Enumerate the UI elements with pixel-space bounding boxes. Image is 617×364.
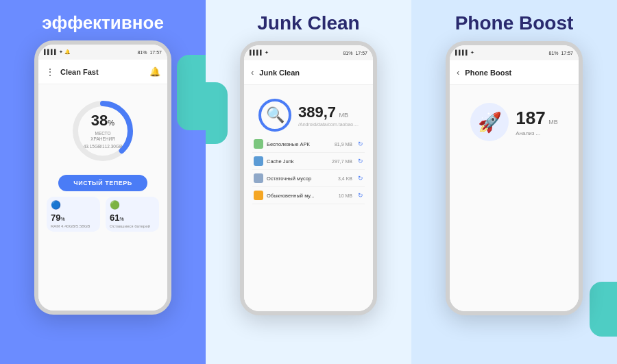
boost-size-num: 187 [516,108,545,128]
junk-path: /Android/data/com.taobao.... [298,122,359,127]
ram-label: RAM 4.40GB/5.58GB [51,224,90,228]
panel-junk-clean: Junk Clean ▌▌▌▌ ✦ 81% 17:57 ‹ Junk Clean… [206,0,411,364]
junk-item-name: Бесполезные АРК [267,141,331,147]
boost-header: 🚀 187 МВ Анализ ... [465,92,563,147]
battery-label: Оставшиеся батерей [110,224,150,228]
junk-item-size: 3,4 KB [338,176,352,181]
battery-stat-card: 🟢 61% Оставшиеся батерей [106,197,159,232]
time-battery-3: 81% 17:57 [548,51,573,56]
rocket-circle-icon: 🚀 [470,103,509,141]
junk-list-item: Остаточный мусор 3,4 KB ↻ [252,170,365,187]
status-bar-3: ▌▌▌▌ ✦ 81% 17:57 [450,45,579,60]
panel1-title: эффективное [42,0,164,40]
signal-icons: ▌▌▌▌ ✦ 🔔 [44,49,71,55]
search-icon: 🔍 [266,106,285,124]
boost-label: Анализ ... [516,130,557,136]
junk-list-item: Бесполезные АРК 81,9 MB ↻ [252,136,365,153]
storage-label: МЕСТО ХРАНЕНИЯ [84,131,123,143]
junk-list-item: Обыкновенный му... 10 MB ↻ [252,187,365,204]
storage-circle: 38% МЕСТО ХРАНЕНИЯ 43.15GB/112.30GB [69,97,137,165]
rocket-icon: 🚀 [478,111,502,134]
battery-percent: 61 [110,213,119,223]
search-circle-icon: 🔍 [258,99,291,132]
panel2-title: Junk Clean [257,0,359,41]
phone2-content: 🔍 389,7 МВ /Android/data/com.taobao.... … [244,85,373,311]
phone-1: ▌▌▌▌ ✦ 🔔 81% 17:57 ⋮ Clean Fast 🔔 [34,40,171,315]
junk-size-block: 389,7 МВ /Android/data/com.taobao.... [298,104,359,127]
menu-icon: ⋮ [45,66,55,77]
app-bar-1: ⋮ Clean Fast 🔔 [38,60,167,84]
junk-item-spinner: ↻ [358,175,363,182]
teal-accent-1 [177,55,206,130]
clean-now-button[interactable]: ЧИСТЫЙ ТЕПЕРЬ [58,175,147,191]
ram-icon: 🔵 [51,200,61,210]
panel3-title: Phone Boost [455,0,574,41]
status-bar-2: ▌▌▌▌ ✦ 81% 17:57 [244,45,373,60]
ram-stat-card: 🔵 79% RAM 4.40GB/5.58GB [47,197,100,232]
app-bar-2: ‹ Junk Clean [244,60,373,85]
teal-accent-3 [590,282,617,337]
boost-size-block: 187 МВ Анализ ... [516,108,557,136]
junk-item-color-icon [254,173,263,183]
junk-item-name: Cache Junk [267,158,328,165]
junk-item-size: 10 MB [339,193,352,198]
phone1-content: 38% МЕСТО ХРАНЕНИЯ 43.15GB/112.30GB ЧИСТ… [38,84,167,311]
back-icon-2[interactable]: ‹ [251,67,254,77]
back-icon-3[interactable]: ‹ [457,67,459,77]
junk-item-spinner: ↻ [358,141,363,147]
status-bar-1: ▌▌▌▌ ✦ 🔔 81% 17:57 [38,45,167,60]
panel-clean-fast: эффективное ▌▌▌▌ ✦ 🔔 81% 17:57 ⋮ Clean F… [0,0,206,364]
signal-icons-2: ▌▌▌▌ ✦ [250,50,269,56]
storage-value: 43.15GB/112.30GB [84,144,123,149]
phone-3: ▌▌▌▌ ✦ 81% 17:57 ‹ Phone Boost 🚀 187 М [446,41,583,315]
time-battery-1: 81% 17:57 [137,50,162,55]
bottom-stats: 🔵 79% RAM 4.40GB/5.58GB 🟢 61% Оставшиеся… [44,197,162,232]
phone-2: ▌▌▌▌ ✦ 81% 17:57 ‹ Junk Clean 🔍 389,7 [240,41,377,315]
junk-list: Бесполезные АРК 81,9 MB ↻ Cache Junk 297… [250,136,367,204]
app-title-3: Phone Boost [465,69,511,77]
junk-item-color-icon [254,139,263,149]
junk-header: 🔍 389,7 МВ /Android/data/com.taobao.... [253,92,364,136]
junk-item-size: 297,7 MB [332,159,352,164]
ram-percent: 79 [51,213,60,223]
junk-item-spinner: ↻ [358,158,363,165]
bell-icon: 🔔 [149,66,160,77]
junk-item-color-icon [254,191,263,200]
junk-size-num: 389,7 [298,104,336,121]
junk-list-item: Cache Junk 297,7 MB ↻ [252,153,365,170]
phone3-content: 🚀 187 МВ Анализ ... [450,85,579,311]
battery-icon: 🟢 [110,200,120,210]
percent-value: 38 [91,112,108,129]
junk-item-name: Остаточный мусор [267,175,335,182]
boost-size-unit: МВ [548,119,558,125]
app-title-2: Junk Clean [259,69,300,77]
junk-item-spinner: ↻ [358,192,363,199]
junk-item-color-icon [254,156,263,166]
signal-icons-3: ▌▌▌▌ ✦ [455,50,474,56]
junk-item-name: Обыкновенный му... [267,193,335,199]
junk-item-size: 81,9 MB [335,142,352,147]
app-title-1: Clean Fast [60,68,99,76]
teal-accent-2 [206,82,228,144]
app-bar-3: ‹ Phone Boost [450,60,579,85]
panel-phone-boost: Phone Boost ▌▌▌▌ ✦ 81% 17:57 ‹ Phone Boo… [411,0,617,364]
time-battery-2: 81% 17:57 [343,51,367,56]
junk-size-unit: МВ [339,112,349,119]
